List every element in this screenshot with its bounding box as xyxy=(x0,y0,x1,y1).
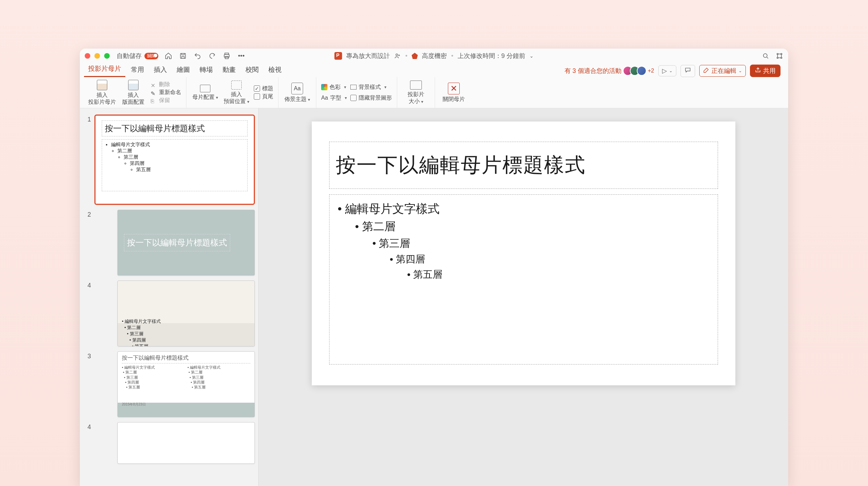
editing-mode-label: 正在編輯 xyxy=(711,67,736,75)
autosave-toggle[interactable]: 自動儲存 關閉 xyxy=(117,52,158,60)
avatar-overflow: +2 xyxy=(648,68,654,74)
minimize-window-button[interactable] xyxy=(94,53,100,59)
svg-point-6 xyxy=(777,53,778,55)
fonts-button[interactable]: Aa字型 xyxy=(321,94,347,102)
tab-slide-master[interactable]: 投影片母片 xyxy=(84,62,125,77)
workspace: 1 按一下以編輯母片標題樣式 編輯母片文字樣式 第二層 第三層 第四層 第五層 xyxy=(80,108,788,486)
autosave-label: 自動儲存 xyxy=(117,52,142,60)
slide-master-thumb[interactable]: 按一下以編輯母片標題樣式 編輯母片文字樣式 第二層 第三層 第四層 第五層 xyxy=(94,115,255,205)
present-button[interactable]: ▷⌄ xyxy=(658,65,676,76)
slide-size-icon xyxy=(410,81,422,90)
editing-mode-button[interactable]: 正在編輯 ⌄ xyxy=(699,65,746,77)
app-window: 自動儲存 關閉 ••• 專為放大而設計 • 高度機密 • 上次修改時間：9 分鐘… xyxy=(80,49,788,486)
activities-label[interactable]: 有 3 個適合您的活動 xyxy=(565,67,621,75)
bg-styles-button[interactable]: 背景樣式 xyxy=(350,84,392,91)
layout-icon xyxy=(128,80,139,90)
colors-icon xyxy=(321,84,327,90)
master-layout-button[interactable]: 母片配置 xyxy=(191,85,219,100)
thumbnail-pane[interactable]: 1 按一下以編輯母片標題樣式 編輯母片文字樣式 第二層 第三層 第四層 第五層 xyxy=(80,108,259,486)
footers-checkbox[interactable]: 頁尾 xyxy=(254,93,273,100)
delete-icon: ✕ xyxy=(151,82,157,87)
tab-transitions[interactable]: 轉場 xyxy=(195,63,217,77)
chevron-down-icon: ⌄ xyxy=(669,68,673,73)
tab-insert[interactable]: 插入 xyxy=(150,63,171,77)
autosave-pill: 關閉 xyxy=(144,53,158,59)
maximize-window-button[interactable] xyxy=(104,53,110,59)
insert-layout-button[interactable]: 插入 版面配置 xyxy=(119,80,147,105)
home-icon[interactable] xyxy=(165,52,172,60)
title-placeholder[interactable]: 按一下以編輯母片標題樣式 xyxy=(329,142,718,189)
avatar xyxy=(637,66,646,76)
close-icon: ✕ xyxy=(448,83,460,94)
svg-point-8 xyxy=(777,57,778,59)
play-icon: ▷ xyxy=(662,67,667,75)
fonts-icon: Aa xyxy=(321,95,328,101)
insert-placeholder-button[interactable]: 插入 預留位置 xyxy=(223,81,250,104)
title-checkbox[interactable]: ✓標題 xyxy=(254,85,273,92)
svg-point-9 xyxy=(781,57,782,59)
undo-icon[interactable] xyxy=(194,52,201,60)
thumb-number: 4 xyxy=(83,422,91,431)
ribbon-toolbar: 插入 投影片母片 插入 版面配置 ✕刪除 ✎重新命名 ⎘保留 母片配置 插入 預… xyxy=(80,77,788,108)
svg-rect-3 xyxy=(225,57,228,59)
thumb-title: 按一下以編輯母片標題樣式 xyxy=(102,120,248,136)
insert-slide-master-button[interactable]: 插入 投影片母片 xyxy=(88,80,116,105)
share-icon xyxy=(755,67,761,75)
print-icon[interactable] xyxy=(223,52,231,60)
expand-icon[interactable] xyxy=(776,52,783,60)
slide-master-thumb-row: 1 按一下以編輯母片標題樣式 編輯母片文字樣式 第二層 第三層 第四層 第五層 xyxy=(83,115,255,205)
rename-button[interactable]: ✎重新命名 xyxy=(151,89,181,96)
close-master-button[interactable]: ✕ 關閉母片 xyxy=(440,83,468,102)
tab-view[interactable]: 檢視 xyxy=(264,63,286,77)
people-icon[interactable] xyxy=(394,52,401,59)
thumb-number: 1 xyxy=(83,115,91,123)
delete-button[interactable]: ✕刪除 xyxy=(151,81,181,88)
layout-thumb[interactable]: • 編輯母片文字樣式 • 第二層 • 第三層 • 第四層 • 第五層 xyxy=(117,280,255,346)
thumb-body: 編輯母片文字樣式 第二層 第三層 第四層 第五層 xyxy=(102,139,248,191)
layout-thumb[interactable]: 按一下以編輯母片標題樣式 • 編輯母片文字樣式 • 第二層 • 第三層 • 第四… xyxy=(117,351,255,417)
slide-size-button[interactable]: 投影片 大小 xyxy=(402,81,430,104)
svg-point-4 xyxy=(396,54,398,56)
preserve-button[interactable]: ⎘保留 xyxy=(151,97,181,104)
tab-animations[interactable]: 動畫 xyxy=(218,63,240,77)
search-icon[interactable] xyxy=(762,52,769,60)
more-icon[interactable]: ••• xyxy=(237,52,245,60)
slide-master-icon xyxy=(97,80,107,90)
svg-rect-0 xyxy=(181,53,186,59)
tab-home[interactable]: 常用 xyxy=(127,63,148,77)
master-layout-icon xyxy=(200,85,210,92)
last-modified-label[interactable]: 上次修改時間：9 分鐘前 xyxy=(458,52,525,60)
share-button[interactable]: 共用 xyxy=(750,65,781,77)
bg-icon xyxy=(350,85,357,90)
save-icon[interactable] xyxy=(179,52,187,60)
tab-review[interactable]: 校閱 xyxy=(241,63,263,77)
tab-draw[interactable]: 繪圖 xyxy=(173,63,194,77)
svg-point-5 xyxy=(763,54,767,58)
comments-button[interactable] xyxy=(681,65,695,77)
close-window-button[interactable] xyxy=(85,53,90,59)
colors-button[interactable]: 色彩 xyxy=(321,84,347,91)
thumb-number: 2 xyxy=(83,210,91,218)
checkbox-icon xyxy=(350,95,357,101)
titlebar-center: 專為放大而設計 • 高度機密 • 上次修改時間：9 分鐘前 ⌄ xyxy=(334,52,534,60)
sensitivity-label[interactable]: 高度機密 xyxy=(422,52,447,60)
themes-button[interactable]: Aa 佈景主題 xyxy=(283,83,311,102)
window-controls xyxy=(85,53,110,59)
redo-icon[interactable] xyxy=(208,52,216,60)
hide-bg-checkbox[interactable]: 隱藏背景圖形 xyxy=(350,94,392,102)
thumb-title: 按一下以編輯母片標題樣式 xyxy=(124,234,230,251)
share-label: 共用 xyxy=(763,67,776,75)
document-title[interactable]: 專為放大而設計 xyxy=(346,52,390,60)
titlebar: 自動儲存 關閉 ••• 專為放大而設計 • 高度機密 • 上次修改時間：9 分鐘… xyxy=(80,49,788,63)
themes-icon: Aa xyxy=(291,83,303,94)
layout-thumb[interactable]: 按一下以編輯母片標題樣式 xyxy=(117,210,255,276)
body-placeholder[interactable]: 編輯母片文字樣式 第二層 第三層 第四層 第五層 xyxy=(329,194,718,364)
app-icon xyxy=(334,52,342,60)
presence-avatars[interactable]: +2 xyxy=(626,66,654,76)
chevron-down-icon: ⌄ xyxy=(738,68,742,73)
slide-canvas[interactable]: 按一下以編輯母片標題樣式 編輯母片文字樣式 第二層 第三層 第四層 第五層 xyxy=(312,122,735,385)
slide-canvas-area[interactable]: 按一下以編輯母片標題樣式 編輯母片文字樣式 第二層 第三層 第四層 第五層 xyxy=(259,108,788,486)
layout-thumb[interactable] xyxy=(117,422,255,464)
chevron-down-icon[interactable]: ⌄ xyxy=(529,53,534,59)
ribbon-tabs: 投影片母片 常用 插入 繪圖 轉場 動畫 校閱 檢視 有 3 個適合您的活動 +… xyxy=(80,63,788,77)
